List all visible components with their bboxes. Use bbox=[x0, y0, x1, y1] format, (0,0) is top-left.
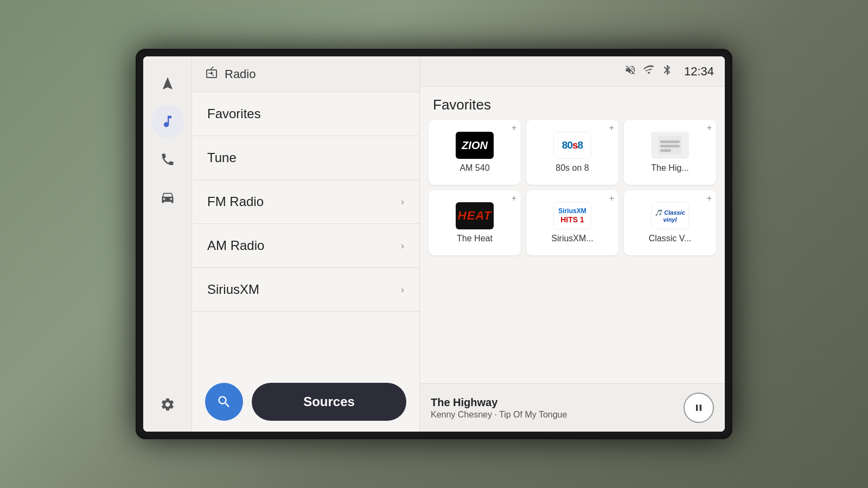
menu-item-siriusxm-label: SiriusXM bbox=[207, 282, 259, 297]
menu-item-siriusxm[interactable]: SiriusXM › bbox=[192, 268, 419, 312]
fav-add-heat-icon[interactable]: + bbox=[512, 194, 516, 203]
fav-add-am540-icon[interactable]: + bbox=[512, 123, 516, 133]
menu-item-tune[interactable]: Tune bbox=[192, 136, 419, 180]
fav-add-80son8-icon[interactable]: + bbox=[609, 123, 614, 133]
fav-card-siriusxm[interactable]: + SiriusXMHITS 1 SiriusXM... bbox=[526, 190, 618, 255]
bluetooth-icon bbox=[661, 64, 673, 79]
sidebar-icon-settings[interactable] bbox=[151, 388, 184, 421]
fav-label-am540: AM 540 bbox=[459, 163, 489, 173]
fav-card-heat[interactable]: + HEAT The Heat bbox=[429, 190, 521, 255]
fav-card-am540[interactable]: + ZION AM 540 bbox=[429, 120, 521, 185]
content-favorites-title: Favorites bbox=[420, 87, 725, 120]
fav-label-siriusxm: SiriusXM... bbox=[551, 234, 593, 243]
menu-item-favorites[interactable]: Favorites bbox=[192, 92, 419, 136]
clock-display: 12:34 bbox=[684, 65, 714, 79]
fav-add-siriusxm-icon[interactable]: + bbox=[609, 194, 614, 203]
now-playing-title: The Highway bbox=[431, 396, 675, 409]
siriusxm-chevron-icon: › bbox=[401, 284, 404, 296]
menu-items-list: Favorites Tune FM Radio › AM Radio › Sir… bbox=[192, 92, 419, 372]
fav-logo-siriusxm: SiriusXMHITS 1 bbox=[553, 202, 591, 229]
pause-button[interactable] bbox=[684, 393, 714, 423]
menu-item-favorites-label: Favorites bbox=[207, 106, 261, 121]
sidebar-icon-navigation[interactable] bbox=[151, 67, 184, 100]
menu-panel: Radio Favorites Tune FM Radio › AM Radio… bbox=[192, 56, 420, 432]
fav-add-highway-icon[interactable]: + bbox=[707, 123, 712, 133]
sidebar-icon-car[interactable] bbox=[151, 181, 184, 214]
svg-rect-1 bbox=[660, 140, 680, 143]
radio-header-icon bbox=[205, 66, 218, 82]
menu-item-fm-radio-label: FM Radio bbox=[207, 194, 264, 209]
svg-rect-3 bbox=[660, 149, 671, 152]
fav-card-80son8[interactable]: + 80s8 80s on 8 bbox=[526, 120, 618, 185]
fav-card-classicvinyl[interactable]: + 🎵 Classicvinyl Classic V... bbox=[624, 190, 716, 255]
now-playing-info: The Highway Kenny Chesney · Tip Of My To… bbox=[431, 396, 675, 420]
menu-item-am-radio-label: AM Radio bbox=[207, 238, 264, 253]
fav-label-classicvinyl: Classic V... bbox=[649, 234, 692, 243]
menu-title: Radio bbox=[225, 67, 256, 81]
menu-bottom-bar: Sources bbox=[192, 372, 419, 432]
sidebar-icon-phone[interactable] bbox=[151, 143, 184, 176]
mute-icon bbox=[624, 64, 636, 79]
menu-item-tune-label: Tune bbox=[207, 150, 237, 165]
menu-item-am-radio[interactable]: AM Radio › bbox=[192, 224, 419, 268]
screen-bezel: Radio Favorites Tune FM Radio › AM Radio… bbox=[136, 49, 732, 439]
fav-label-heat: The Heat bbox=[457, 234, 493, 243]
sources-button-label: Sources bbox=[303, 394, 355, 409]
sidebar bbox=[143, 56, 192, 432]
am-radio-chevron-icon: › bbox=[401, 240, 404, 252]
no-signal-icon bbox=[643, 64, 655, 79]
menu-header: Radio bbox=[192, 56, 419, 92]
fav-label-80son8: 80s on 8 bbox=[556, 163, 589, 173]
svg-rect-2 bbox=[660, 145, 680, 147]
fav-card-highway[interactable]: + The Hig... bbox=[624, 120, 716, 185]
fav-logo-heat: HEAT bbox=[456, 202, 494, 229]
fav-logo-am540: ZION bbox=[456, 132, 494, 159]
screen: Radio Favorites Tune FM Radio › AM Radio… bbox=[143, 56, 725, 432]
menu-item-fm-radio[interactable]: FM Radio › bbox=[192, 180, 419, 224]
sources-button[interactable]: Sources bbox=[252, 383, 406, 421]
fav-label-highway: The Hig... bbox=[651, 163, 688, 173]
search-button[interactable] bbox=[205, 383, 243, 421]
fav-add-classic-icon[interactable]: + bbox=[707, 194, 712, 203]
fav-logo-80son8: 80s8 bbox=[553, 132, 591, 159]
fav-logo-highway bbox=[651, 132, 689, 159]
now-playing-subtitle: Kenny Chesney · Tip Of My Tongue bbox=[431, 410, 675, 420]
fm-radio-chevron-icon: › bbox=[401, 196, 404, 208]
content-header: 12:34 bbox=[420, 56, 725, 87]
now-playing-bar: The Highway Kenny Chesney · Tip Of My To… bbox=[420, 383, 725, 432]
fav-logo-classicvinyl: 🎵 Classicvinyl bbox=[651, 202, 689, 229]
favorites-grid: + ZION AM 540 + 80s8 80s on 8 bbox=[420, 120, 725, 261]
content-panel: 12:34 Favorites + ZION AM 540 + bbox=[420, 56, 725, 432]
sidebar-icon-music[interactable] bbox=[151, 105, 184, 138]
